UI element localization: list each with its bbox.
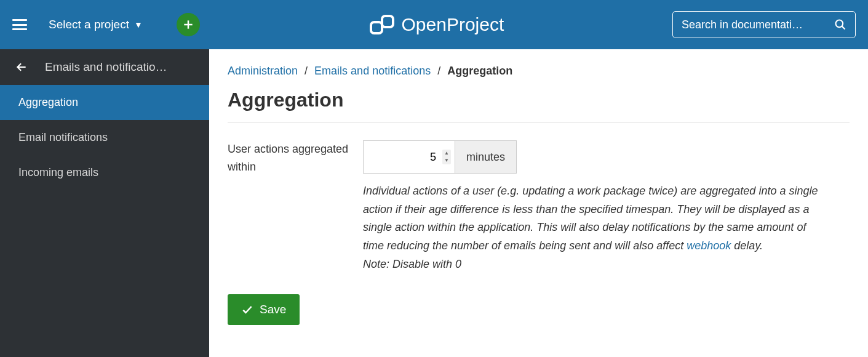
logo-text: OpenProject xyxy=(402,14,504,35)
project-select-label: Select a project xyxy=(49,18,129,31)
breadcrumb: Administration / Emails and notification… xyxy=(228,65,850,78)
arrow-left-icon xyxy=(15,61,28,73)
sidebar-item-label: Incoming emails xyxy=(18,166,98,178)
breadcrumb-administration[interactable]: Administration xyxy=(228,65,298,77)
body: Emails and notificatio… Aggregation Emai… xyxy=(0,49,868,357)
form-label: User actions aggregated within xyxy=(228,140,363,273)
page-title: Aggregation xyxy=(228,89,850,111)
project-selector[interactable]: Select a project ▼ xyxy=(49,18,143,31)
caret-down-icon: ▼ xyxy=(134,20,143,30)
unit-label: minutes xyxy=(455,140,517,174)
sidebar-item-label: Aggregation xyxy=(18,96,78,108)
aggregation-input[interactable] xyxy=(370,141,436,173)
search-icon xyxy=(834,18,846,31)
divider xyxy=(228,122,850,123)
search-placeholder: Search in documentati… xyxy=(682,18,829,31)
help-text-post: delay. xyxy=(731,239,763,252)
sidebar: Emails and notificatio… Aggregation Emai… xyxy=(0,49,209,357)
breadcrumb-separator: / xyxy=(437,65,440,77)
sidebar-back[interactable]: Emails and notificatio… xyxy=(0,49,209,85)
save-button-label: Save xyxy=(260,303,286,316)
svg-rect-2 xyxy=(371,22,382,33)
sidebar-item-email-notifications[interactable]: Email notifications xyxy=(0,120,209,155)
logo-icon xyxy=(368,11,396,38)
input-group: ▲ ▼ minutes xyxy=(363,140,850,174)
breadcrumb-emails-notifications[interactable]: Emails and notifications xyxy=(314,65,431,77)
svg-line-5 xyxy=(842,26,845,30)
breadcrumb-current: Aggregation xyxy=(447,65,512,77)
add-button[interactable] xyxy=(177,13,200,36)
main-content: Administration / Emails and notification… xyxy=(209,49,868,357)
spinner-down[interactable]: ▼ xyxy=(442,157,451,164)
logo: OpenProject xyxy=(368,11,504,38)
form-row: User actions aggregated within ▲ ▼ minut… xyxy=(228,140,850,273)
search-input[interactable]: Search in documentati… xyxy=(672,11,856,38)
form-control: ▲ ▼ minutes Individual actions of a user… xyxy=(363,140,850,273)
sidebar-item-label: Email notifications xyxy=(18,131,108,143)
sidebar-item-aggregation[interactable]: Aggregation xyxy=(0,85,209,120)
plus-icon xyxy=(182,18,194,31)
svg-rect-3 xyxy=(382,16,393,27)
help-text: Individual actions of a user (e.g. updat… xyxy=(363,182,824,273)
breadcrumb-separator: / xyxy=(305,65,308,77)
webhook-link[interactable]: webhook xyxy=(687,239,731,252)
menu-icon[interactable] xyxy=(12,19,27,30)
spinner-up[interactable]: ▲ xyxy=(442,150,451,157)
number-spinner: ▲ ▼ xyxy=(442,150,451,164)
save-button[interactable]: Save xyxy=(228,294,300,325)
aggregation-input-wrapper: ▲ ▼ xyxy=(363,140,455,174)
svg-point-4 xyxy=(836,20,843,28)
sidebar-item-incoming-emails[interactable]: Incoming emails xyxy=(0,155,209,190)
header: Select a project ▼ OpenProject Search in… xyxy=(0,0,868,49)
check-icon xyxy=(241,303,253,316)
sidebar-title: Emails and notificatio… xyxy=(45,60,167,74)
help-note: Note: Disable with 0 xyxy=(363,258,461,270)
